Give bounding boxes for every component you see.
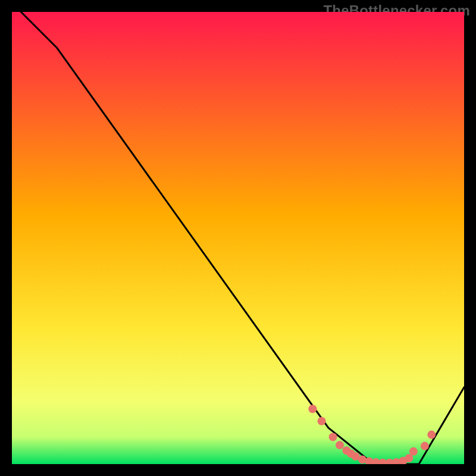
highlight-dot	[336, 441, 344, 449]
highlight-dot	[409, 447, 418, 456]
highlight-dot	[318, 417, 326, 425]
highlight-dot	[308, 405, 317, 413]
highlight-dot	[427, 431, 436, 439]
chart-frame: TheBottlenecker.com	[0, 0, 476, 476]
bottleneck-chart	[12, 12, 464, 464]
highlight-dot	[405, 454, 413, 462]
highlight-dot	[329, 433, 337, 441]
highlight-dot	[421, 442, 429, 450]
